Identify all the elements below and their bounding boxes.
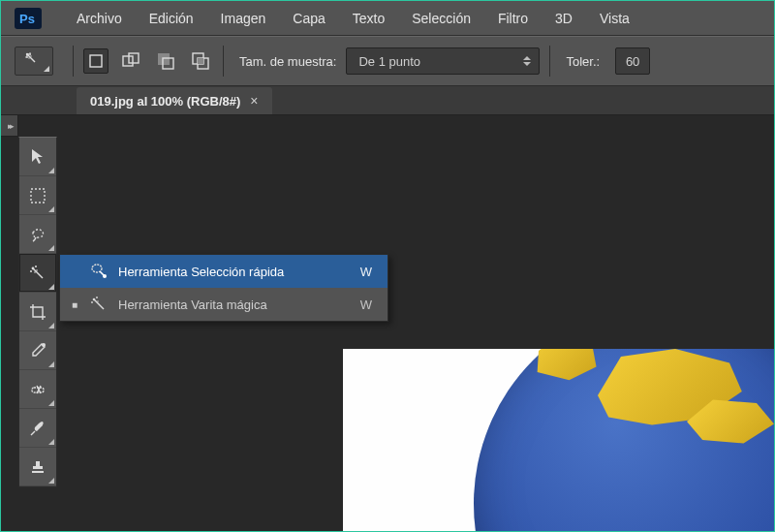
svg-rect-9	[129, 53, 139, 63]
svg-point-16	[32, 266, 35, 269]
menu-filtro[interactable]: Filtro	[484, 1, 542, 36]
healing-brush-tool[interactable]	[19, 370, 56, 409]
svg-point-6	[28, 57, 29, 58]
svg-rect-10	[158, 53, 170, 65]
flyout-item-label: Herramienta Selección rápida	[118, 265, 351, 279]
svg-point-19	[36, 269, 38, 271]
crop-tool[interactable]	[19, 293, 56, 331]
panel-collapse-button[interactable]: ▸▸	[1, 115, 18, 137]
svg-point-17	[35, 266, 37, 267]
workspace: ▸▸	[1, 115, 774, 532]
stamp-tool[interactable]	[19, 448, 56, 486]
svg-point-25	[103, 274, 107, 278]
photoshop-logo: Ps	[15, 8, 42, 29]
selection-intersect-button[interactable]	[188, 48, 213, 74]
toolbox	[18, 137, 57, 487]
tolerance-field[interactable]: 60	[615, 47, 650, 75]
svg-rect-23	[32, 471, 44, 473]
svg-point-20	[34, 271, 36, 273]
tool-flyout-menu: Herramienta Selección rápida W ■ Herrami…	[59, 254, 388, 322]
current-tool-preset[interactable]	[15, 47, 53, 76]
flyout-item-label: Herramienta Varita mágica	[118, 297, 351, 312]
selection-new-button[interactable]	[83, 48, 108, 74]
svg-point-18	[30, 270, 32, 272]
selection-mode-group	[83, 48, 213, 74]
tolerance-label: Toler.:	[566, 54, 600, 69]
menu-imagen[interactable]: Imagen	[207, 1, 280, 36]
lasso-tool[interactable]	[19, 215, 56, 254]
sample-size-label: Tam. de muestra:	[239, 54, 336, 69]
menu-capa[interactable]: Capa	[279, 1, 338, 36]
menu-3d[interactable]: 3D	[542, 1, 586, 36]
document-tab[interactable]: 019.jpg al 100% (RGB/8#) ×	[77, 87, 272, 114]
document-tab-bar: 019.jpg al 100% (RGB/8#) ×	[1, 86, 774, 115]
rect-marquee-tool[interactable]	[19, 176, 56, 215]
quick-select-icon	[89, 263, 108, 280]
svg-point-4	[25, 56, 27, 58]
brush-tool[interactable]	[19, 409, 56, 448]
svg-point-26	[93, 298, 96, 301]
document-tab-title: 019.jpg al 100% (RGB/8#)	[90, 94, 240, 109]
chevron-right-icon: ▸▸	[8, 121, 12, 131]
sample-size-value: De 1 punto	[358, 54, 420, 69]
sample-size-dropdown[interactable]: De 1 punto	[346, 47, 540, 75]
menu-archivo[interactable]: Archivo	[63, 1, 136, 36]
svg-point-2	[26, 53, 28, 55]
spinner-icon	[523, 52, 531, 70]
menu-texto[interactable]: Texto	[339, 1, 398, 36]
menu-seleccion[interactable]: Selección	[398, 1, 484, 36]
menubar: Ps Archivo Edición Imagen Capa Texto Sel…	[1, 1, 774, 36]
menu-vista[interactable]: Vista	[586, 1, 643, 36]
svg-rect-7	[90, 55, 102, 67]
document-canvas[interactable]	[343, 349, 774, 532]
tolerance-value: 60	[626, 54, 639, 69]
flyout-quick-selection[interactable]: Herramienta Selección rápida W	[60, 255, 388, 288]
globe-image	[474, 349, 774, 532]
svg-rect-14	[198, 58, 203, 64]
svg-point-28	[91, 301, 93, 303]
magic-wand-tool[interactable]	[19, 254, 56, 293]
svg-point-21	[42, 343, 46, 347]
move-tool[interactable]	[19, 138, 56, 176]
check-icon: ■	[70, 299, 79, 310]
svg-rect-15	[31, 189, 45, 203]
svg-point-29	[97, 300, 98, 301]
selection-subtract-button[interactable]	[153, 48, 178, 74]
svg-point-3	[29, 52, 31, 54]
selection-add-button[interactable]	[118, 48, 143, 74]
magic-wand-icon	[89, 296, 108, 313]
close-icon[interactable]: ×	[250, 93, 258, 109]
menu-edicion[interactable]: Edición	[136, 1, 207, 36]
svg-point-27	[96, 297, 98, 298]
divider	[223, 46, 224, 77]
flyout-item-shortcut: W	[360, 297, 372, 312]
flyout-magic-wand[interactable]: ■ Herramienta Varita mágica W	[60, 288, 388, 321]
divider	[73, 46, 74, 77]
eyedropper-tool[interactable]	[19, 331, 56, 370]
svg-rect-8	[123, 56, 133, 66]
flyout-item-shortcut: W	[360, 265, 372, 279]
svg-text:Ps: Ps	[19, 12, 35, 26]
options-bar: Tam. de muestra: De 1 punto Toler.: 60	[1, 36, 774, 86]
divider	[549, 46, 550, 77]
svg-point-5	[30, 55, 31, 56]
